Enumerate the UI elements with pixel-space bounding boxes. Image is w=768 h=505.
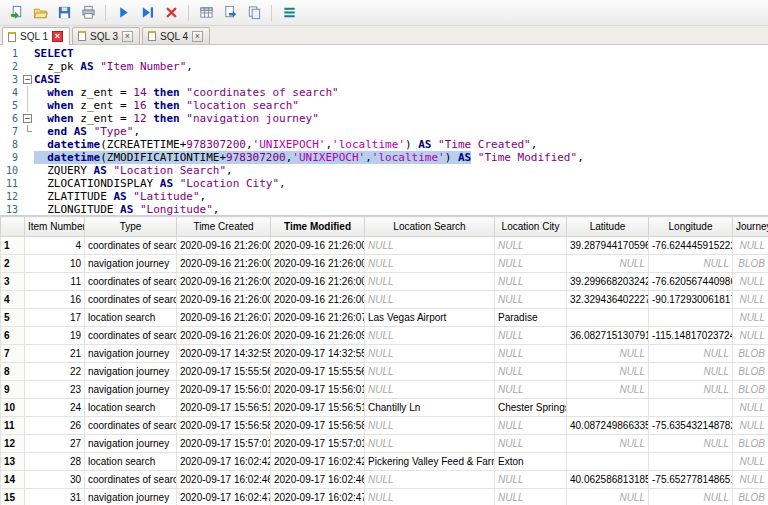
cell[interactable]: 2020-09-16 21:26:00 (271, 273, 365, 291)
cell[interactable]: 2020-09-17 15:55:56 (177, 363, 271, 381)
row-number[interactable]: 4 (1, 291, 25, 309)
cell[interactable]: location search (85, 399, 177, 417)
cell[interactable]: 30 (25, 471, 85, 489)
cell[interactable]: location search (85, 309, 177, 327)
column-header-location-search[interactable]: Location Search (365, 217, 495, 237)
column-header-location-city[interactable]: Location City (495, 217, 567, 237)
row-number[interactable]: 2 (1, 255, 25, 273)
cell[interactable]: navigation journey (85, 435, 177, 453)
cell[interactable]: 2020-09-17 15:56:51 (271, 399, 365, 417)
cell[interactable]: NULL (733, 309, 768, 327)
column-header-time-modified[interactable]: Time Modified (271, 217, 365, 237)
cell[interactable] (649, 453, 733, 471)
cell[interactable]: 4 (25, 237, 85, 255)
cell[interactable]: NULL (365, 327, 495, 345)
save-button[interactable] (52, 2, 76, 24)
cell[interactable]: navigation journey (85, 381, 177, 399)
cell[interactable]: 40.0872498663358 (567, 417, 649, 435)
row-number[interactable]: 10 (1, 399, 25, 417)
cell[interactable]: NULL (365, 489, 495, 505)
cell[interactable]: 28 (25, 453, 85, 471)
cell[interactable]: 2020-09-16 21:26:00 (177, 237, 271, 255)
cell[interactable]: coordinates of search (85, 273, 177, 291)
cell[interactable]: BLOB (733, 255, 768, 273)
cell[interactable]: NULL (495, 291, 567, 309)
cell[interactable]: 2020-09-16 21:26:00 (271, 237, 365, 255)
cell[interactable]: Exton (495, 453, 567, 471)
cell[interactable]: 2020-09-16 21:26:00 (177, 273, 271, 291)
cell[interactable]: NULL (733, 273, 768, 291)
cell[interactable]: coordinates of search (85, 237, 177, 255)
column-header-latitude[interactable]: Latitude (567, 217, 649, 237)
column-header-corner[interactable] (1, 217, 25, 237)
cell[interactable]: NULL (495, 471, 567, 489)
cell[interactable]: NULL (365, 255, 495, 273)
cell[interactable]: NULL (567, 435, 649, 453)
cell[interactable]: 16 (25, 291, 85, 309)
row-number[interactable]: 13 (1, 453, 25, 471)
cell[interactable]: 36.0827151307914 (567, 327, 649, 345)
cell[interactable]: NULL (365, 381, 495, 399)
tab-sql-4[interactable]: SQL 4× (142, 27, 210, 44)
fold-margin[interactable]: − (22, 73, 34, 86)
cell[interactable]: NULL (567, 381, 649, 399)
cell[interactable]: NULL (495, 327, 567, 345)
tab-sql-3[interactable]: SQL 3× (72, 27, 140, 44)
cell[interactable]: Chester Springs (495, 399, 567, 417)
cell[interactable]: coordinates of search (85, 291, 177, 309)
cell[interactable]: 2020-09-16 21:26:09 (177, 327, 271, 345)
cell[interactable]: 10 (25, 255, 85, 273)
cell[interactable]: 2020-09-16 21:26:00 (177, 255, 271, 273)
cell[interactable]: 24 (25, 399, 85, 417)
cell[interactable]: 22 (25, 363, 85, 381)
menu-button[interactable] (277, 2, 301, 24)
cell[interactable]: -75.6354321487829 (649, 417, 733, 435)
row-number[interactable]: 12 (1, 435, 25, 453)
cell[interactable]: -90.1729300618172 (649, 291, 733, 309)
cell[interactable]: 27 (25, 435, 85, 453)
cell[interactable]: NULL (365, 237, 495, 255)
cell[interactable]: NULL (649, 345, 733, 363)
column-header-time-created[interactable]: Time Created (177, 217, 271, 237)
cell[interactable]: 2020-09-16 21:26:07 (271, 309, 365, 327)
cell[interactable]: 23 (25, 381, 85, 399)
cell[interactable]: NULL (649, 363, 733, 381)
cell[interactable]: coordinates of search (85, 327, 177, 345)
cell[interactable]: -115.148170237247 (649, 327, 733, 345)
row-number[interactable]: 1 (1, 237, 25, 255)
cell[interactable]: 2020-09-17 14:32:55 (271, 345, 365, 363)
fold-collapse-icon[interactable]: − (23, 75, 32, 84)
cell[interactable]: 17 (25, 309, 85, 327)
cell[interactable]: NULL (567, 255, 649, 273)
cell[interactable]: NULL (365, 363, 495, 381)
column-header-item-number[interactable]: Item Number (25, 217, 85, 237)
cell[interactable]: NULL (495, 363, 567, 381)
cell[interactable]: NULL (567, 345, 649, 363)
cell[interactable]: NULL (567, 363, 649, 381)
cell[interactable]: NULL (495, 237, 567, 255)
cell[interactable]: 2020-09-17 15:56:58 (177, 417, 271, 435)
cell[interactable]: NULL (365, 471, 495, 489)
cell[interactable]: 39.2996682032426 (567, 273, 649, 291)
cell[interactable]: 2020-09-16 21:26:00 (177, 291, 271, 309)
cell[interactable]: navigation journey (85, 363, 177, 381)
cell[interactable]: 40.0625868131854 (567, 471, 649, 489)
cell[interactable]: NULL (733, 237, 768, 255)
cell[interactable]: 19 (25, 327, 85, 345)
cell[interactable]: NULL (733, 453, 768, 471)
cell[interactable]: 11 (25, 273, 85, 291)
cell[interactable]: NULL (733, 327, 768, 345)
cell[interactable]: NULL (365, 273, 495, 291)
cell[interactable]: 31 (25, 489, 85, 505)
cell[interactable]: 2020-09-17 16:02:46 (271, 471, 365, 489)
cell[interactable]: 2020-09-17 15:55:56 (271, 363, 365, 381)
cell[interactable]: 2020-09-17 15:56:01 (271, 381, 365, 399)
cell[interactable]: 2020-09-17 16:02:42 (271, 453, 365, 471)
cell[interactable]: 2020-09-16 21:26:09 (271, 327, 365, 345)
cell[interactable]: location search (85, 453, 177, 471)
row-number[interactable]: 6 (1, 327, 25, 345)
cell[interactable]: -76.6244459152222 (649, 237, 733, 255)
cell[interactable]: NULL (495, 273, 567, 291)
cell[interactable]: NULL (365, 291, 495, 309)
cell[interactable]: Las Vegas Airport (365, 309, 495, 327)
